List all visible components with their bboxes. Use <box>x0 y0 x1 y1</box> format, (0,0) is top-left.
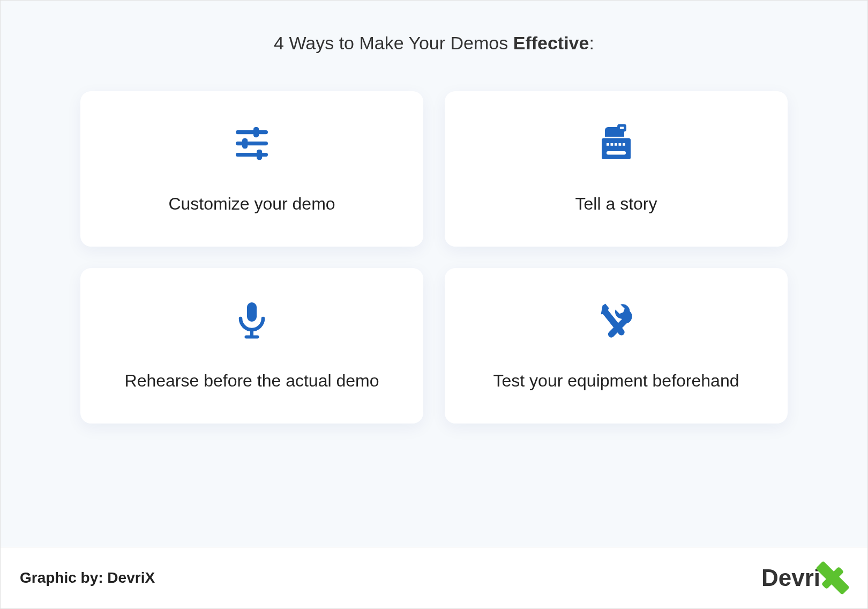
title-suffix: : <box>589 33 594 53</box>
microphone-icon <box>233 296 271 344</box>
svg-rect-13 <box>247 302 257 322</box>
svg-rect-9 <box>615 143 617 146</box>
logo-x-icon <box>817 562 848 593</box>
card-story: Tell a story <box>445 91 788 247</box>
svg-rect-8 <box>611 143 613 146</box>
card-label: Rehearse before the actual demo <box>125 371 379 391</box>
title-bold: Effective <box>513 33 589 53</box>
card-equipment: Test your equipment beforehand <box>445 268 788 424</box>
title-prefix: 4 Ways to Make Your Demos <box>274 33 513 53</box>
svg-rect-10 <box>619 143 622 146</box>
tools-icon <box>597 296 635 344</box>
main-panel: 4 Ways to Make Your Demos Effective: Cus… <box>1 1 867 547</box>
footer-credit: Graphic by: DevriX <box>20 569 155 586</box>
svg-rect-4 <box>236 153 268 157</box>
page-title: 4 Ways to Make Your Demos Effective: <box>274 33 594 54</box>
devrix-logo: Devri <box>761 562 848 593</box>
svg-rect-15 <box>245 335 259 338</box>
svg-rect-3 <box>242 138 248 148</box>
typewriter-icon <box>597 119 635 167</box>
svg-rect-7 <box>607 143 609 146</box>
svg-rect-6 <box>619 125 625 130</box>
footer: Graphic by: DevriX Devri <box>1 547 867 608</box>
card-customize: Customize your demo <box>80 91 423 247</box>
card-rehearse: Rehearse before the actual demo <box>80 268 423 424</box>
card-label: Test your equipment beforehand <box>493 371 739 391</box>
svg-rect-0 <box>236 130 268 134</box>
card-label: Tell a story <box>575 194 657 214</box>
svg-rect-12 <box>607 151 626 155</box>
svg-rect-5 <box>257 150 262 160</box>
svg-rect-11 <box>623 143 625 146</box>
svg-rect-14 <box>250 330 253 336</box>
logo-text: Devri <box>761 565 820 591</box>
sliders-icon <box>233 119 271 167</box>
card-label: Customize your demo <box>168 194 335 214</box>
card-grid: Customize your demo Tell a story <box>80 91 788 424</box>
svg-rect-1 <box>253 127 259 137</box>
svg-rect-2 <box>236 142 268 145</box>
